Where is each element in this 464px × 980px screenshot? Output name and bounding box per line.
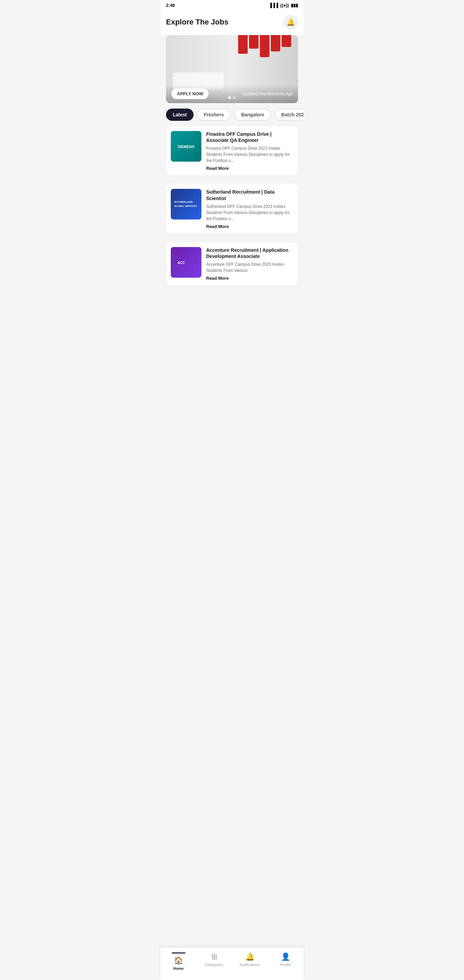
accenture-logo-placeholder: ACC [171,247,202,278]
sutherland-logo-placeholder: SUTHERLAND GLOBAL SERVICES [171,189,202,220]
job-card-sutherland[interactable]: SUTHERLAND GLOBAL SERVICES Sutherland Re… [166,184,298,234]
read-more-accenture[interactable]: Read More [206,275,293,281]
nav-item-home[interactable]: 🏠 Home [160,951,196,972]
hero-decoration [238,35,291,57]
red-panel-4 [271,35,280,51]
status-icons: ▐▐▐ ((●)) ▮▮▮ [269,3,298,8]
svg-text:GLOBAL SERVICES: GLOBAL SERVICES [174,205,197,207]
job-list: SIEMENS Finastra OFF Campus Drive | Asso… [160,126,304,285]
job-card-accenture[interactable]: ACC Accenture Recruitment | Application … [166,242,298,285]
red-panel-3 [260,35,269,57]
job-image-sutherland: SUTHERLAND GLOBAL SERVICES [171,189,202,220]
nav-item-profile[interactable]: 👤 Profile [268,951,304,972]
bell-icon: 🔔 [286,18,295,26]
header: Explore The Jobs 🔔 [160,11,304,35]
notifications-label: Notifications [240,963,260,967]
signal-icon: ▐▐▐ [269,3,278,8]
job-card-finastra[interactable]: SIEMENS Finastra OFF Campus Drive | Asso… [166,126,298,176]
notifications-nav-icon: 🔔 [245,953,254,961]
hero-overlay: APPLY NOW Updated Few Moments Ago [166,84,298,103]
nav-item-categories[interactable]: ⊞ Categories [196,951,232,972]
dot-1[interactable] [228,96,231,99]
svg-text:SIEMENS: SIEMENS [178,145,195,149]
job-info-finastra: Finastra OFF Campus Drive | Associate QA… [206,131,293,171]
home-active-bar [172,953,185,953]
job-desc-finastra: Finastra OFF Campus Drive 2023 Invites S… [206,145,293,164]
read-more-finastra[interactable]: Read More [206,166,293,171]
job-title-accenture: Accenture Recruitment | Application Deve… [206,247,293,259]
svg-text:ACC: ACC [178,261,185,265]
tab-latest[interactable]: Latest [166,108,194,121]
siemens-logo-placeholder: SIEMENS [171,131,202,162]
profile-icon: 👤 [281,953,290,961]
hero-banner[interactable]: ThermoFisher SCIENTIFIC The world leader… [166,35,298,103]
job-info-sutherland: Sutherland Recruitment | Data Scientist … [206,189,293,229]
status-bar: 2:48 ▐▐▐ ((●)) ▮▮▮ [160,0,304,11]
tab-bangalore[interactable]: Bangalore [234,108,271,121]
job-desc-sutherland: Sutherland OFF Campus Drive 2023 Invites… [206,204,293,222]
apply-now-button[interactable]: APPLY NOW [172,89,208,99]
job-title-sutherland: Sutherland Recruitment | Data Scientist [206,189,293,201]
bottom-navigation: 🏠 Home ⊞ Categories 🔔 Notifications 👤 Pr… [160,947,304,980]
read-more-sutherland[interactable]: Read More [206,224,293,229]
battery-icon: ▮▮▮ [291,3,298,8]
categories-label: Categories [205,963,223,967]
divider-1 [172,180,292,180]
red-panel-5 [282,35,291,47]
categories-icon: ⊞ [211,953,218,961]
nav-item-notifications[interactable]: 🔔 Notifications [232,951,268,972]
red-panel-2 [249,35,259,49]
tab-batch2023[interactable]: Batch 2023 [275,108,304,121]
job-info-accenture: Accenture Recruitment | Application Deve… [206,247,293,281]
time-display: 2:48 [166,3,175,8]
home-icon: 🏠 [174,956,183,965]
wifi-icon: ((●)) [280,3,289,8]
job-title-finastra: Finastra OFF Campus Drive | Associate QA… [206,131,293,143]
updated-timestamp: Updated Few Moments Ago [242,92,292,96]
job-image-accenture: ACC [171,247,202,278]
red-panel-1 [238,35,248,54]
job-image-siemens: SIEMENS [171,131,202,162]
tab-freshers[interactable]: Freshers [197,108,230,121]
dot-2[interactable] [233,96,236,99]
divider-2 [172,238,292,238]
carousel-indicators [228,96,236,99]
home-label: Home [173,966,184,970]
filter-tabs-container: Latest Freshers Bangalore Batch 2023 [160,108,304,126]
job-desc-accenture: Accenture OFF Campus Drive 2023 Invites … [206,261,293,274]
profile-label: Profile [280,963,291,967]
content-area: ThermoFisher SCIENTIFIC The world leader… [160,35,304,313]
svg-text:SUTHERLAND: SUTHERLAND [174,200,193,204]
notification-button[interactable]: 🔔 [283,14,298,30]
page-title: Explore The Jobs [166,18,228,27]
